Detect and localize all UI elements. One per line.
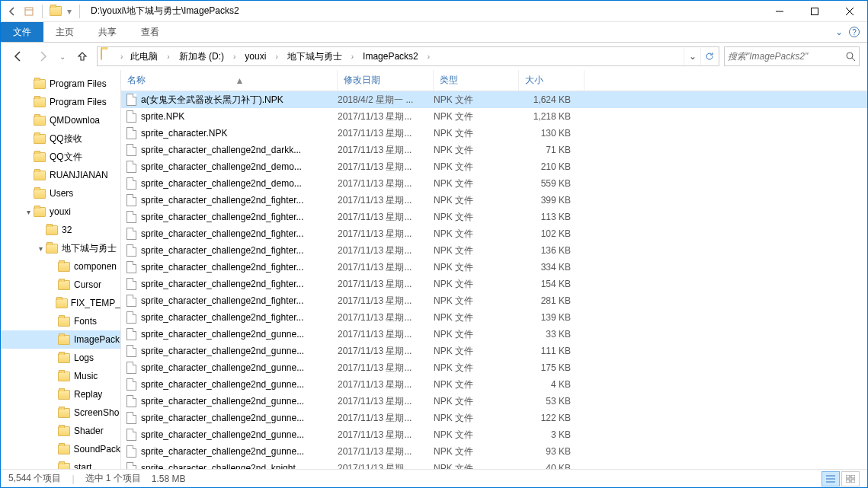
file-type: NPK 文件 [434,228,519,241]
view-details-button[interactable] [822,471,840,486]
tab-file[interactable]: 文件 [1,22,43,42]
folder-icon [57,370,71,382]
tab-view[interactable]: 查看 [129,22,171,42]
ribbon-expand-icon[interactable]: ⌄ [835,27,843,37]
address-bar[interactable]: › 此电脑›新加卷 (D:)›youxi›地下城与勇士›ImagePacks2›… [97,46,719,66]
file-name: sprite_character_challenge2nd_darkk... [141,145,338,155]
file-row[interactable]: sprite_character_challenge2nd_gunne...20… [121,443,867,460]
file-type: NPK 文件 [434,177,519,190]
tree-item[interactable]: componen [1,257,120,276]
file-row[interactable]: sprite_character_challenge2nd_demo...201… [121,158,867,175]
tree-item[interactable]: QQ接收 [1,129,120,148]
svg-rect-1 [812,8,818,14]
breadcrumb-segment[interactable]: ImagePacks2› [358,47,434,65]
file-row[interactable]: sprite_character.NPK2017/11/13 星期...NPK … [121,125,867,142]
search-icon[interactable] [845,51,856,62]
tree-item[interactable]: Shader [1,422,120,440]
nav-up-button[interactable] [72,46,92,66]
search-input[interactable] [728,51,845,62]
file-row[interactable]: a(女鬼天全武器改长黑刀补丁).NPK2018/4/2 星期一 ...NPK 文… [121,91,867,108]
tree-item[interactable]: RUANJIANAN [1,166,120,184]
search-box[interactable] [724,46,860,66]
tree-item-label: ImagePack [74,334,120,345]
file-date: 2017/11/13 星期... [338,362,434,375]
tree-item[interactable]: QQ文件 [1,148,120,166]
tree-item[interactable]: start [1,458,120,469]
nav-back-button[interactable] [8,46,28,66]
expand-icon[interactable]: ▾ [24,208,33,216]
tree-item[interactable]: ScreenSho [1,403,120,422]
expand-icon[interactable]: ▾ [36,244,45,253]
breadcrumb-segment[interactable]: 地下城与勇士› [283,47,358,65]
tree-item[interactable]: Music [1,367,120,385]
file-size: 53 KB [519,396,577,407]
tree-item[interactable]: ▾地下城与勇士 [1,239,120,257]
column-date[interactable]: 修改日期 [338,70,434,91]
tree-item[interactable]: 32 [1,221,120,239]
file-row[interactable]: sprite_character_challenge2nd_fighter...… [121,242,867,259]
file-row[interactable]: sprite_character_challenge2nd_fighter...… [121,209,867,225]
file-row[interactable]: sprite_character_challenge2nd_fighter...… [121,309,867,326]
tree-item[interactable]: Logs [1,349,120,367]
nav-forward-button[interactable] [33,46,53,66]
tree-item[interactable]: SoundPack [1,440,120,458]
tree-item[interactable]: Fonts [1,312,120,330]
minimize-button[interactable] [762,1,797,22]
chevron-right-icon[interactable]: › [117,53,126,61]
tree-item[interactable]: Replay [1,385,120,403]
file-row[interactable]: sprite_character_challenge2nd_darkk...20… [121,142,867,158]
qat-dropdown-icon[interactable]: ▾ [66,5,73,18]
file-row[interactable]: sprite_character_challenge2nd_demo...201… [121,175,867,192]
file-size: 1,624 KB [519,94,577,105]
file-row[interactable]: sprite_character_challenge2nd_fighter...… [121,192,867,209]
chevron-right-icon[interactable]: › [423,53,434,61]
breadcrumb-segment[interactable]: 新加卷 (D:)› [175,47,241,65]
file-row[interactable]: sprite_character_challenge2nd_gunne...20… [121,376,867,393]
chevron-right-icon[interactable]: › [347,53,358,61]
navigation-bar: ⌄ › 此电脑›新加卷 (D:)›youxi›地下城与勇士›ImagePacks… [1,43,867,70]
file-row[interactable]: sprite_character_challenge2nd_fighter...… [121,292,867,309]
column-type[interactable]: 类型 [434,70,519,91]
file-row[interactable]: sprite.NPK2017/11/13 星期...NPK 文件1,218 KB [121,108,867,125]
tree-item[interactable]: Cursor [1,276,120,294]
breadcrumb-segment[interactable]: 此电脑› [126,47,174,65]
tree-item[interactable]: ▾youxi [1,203,120,221]
tree-item[interactable]: FIX_TEMP_ [1,294,120,312]
nav-recent-button[interactable]: ⌄ [57,46,68,66]
file-row[interactable]: sprite_character_challenge2nd_gunne...20… [121,410,867,426]
column-name[interactable]: 名称▲ [121,70,338,91]
folder-tree[interactable]: Program FilesProgram FilesQMDownloaQQ接收Q… [1,70,121,469]
tree-item[interactable]: QMDownloa [1,111,120,129]
chevron-right-icon[interactable]: › [162,53,174,61]
tree-item[interactable]: Program Files [1,75,120,93]
file-row[interactable]: sprite_character_challenge2nd_fighter...… [121,225,867,242]
file-row[interactable]: sprite_character_challenge2nd_gunne...20… [121,343,867,359]
file-row[interactable]: sprite_character_challenge2nd_fighter...… [121,259,867,276]
file-row[interactable]: sprite_character_challenge2nd_knight...2… [121,460,867,469]
tree-item[interactable]: Users [1,184,120,203]
address-dropdown-icon[interactable]: ⌄ [684,48,700,65]
chevron-right-icon[interactable]: › [271,53,282,61]
tab-home[interactable]: 主页 [43,22,86,42]
view-icons-button[interactable] [841,471,860,486]
maximize-button[interactable] [797,1,832,22]
properties-icon[interactable] [22,5,36,18]
tab-share[interactable]: 共享 [86,22,129,42]
tree-item[interactable]: ImagePack [1,330,120,349]
tree-item-label: Music [74,371,98,381]
file-row[interactable]: sprite_character_challenge2nd_gunne...20… [121,359,867,376]
file-row[interactable]: sprite_character_challenge2nd_gunne...20… [121,393,867,410]
tree-item[interactable]: Program Files [1,93,120,111]
file-row[interactable]: sprite_character_challenge2nd_fighter...… [121,276,867,292]
file-row[interactable]: sprite_character_challenge2nd_gunne...20… [121,326,867,343]
tree-item-label: QMDownloa [50,115,100,126]
column-size[interactable]: 大小 [519,70,585,91]
close-button[interactable] [832,1,867,22]
help-icon[interactable]: ? [849,27,860,37]
breadcrumb-segment[interactable]: youxi› [240,47,282,65]
nav-back-small-icon[interactable] [5,5,19,18]
file-row[interactable]: sprite_character_challenge2nd_gunne...20… [121,426,867,443]
file-date: 2017/11/13 星期... [338,177,434,190]
chevron-right-icon[interactable]: › [229,53,240,61]
refresh-icon[interactable] [700,48,717,65]
